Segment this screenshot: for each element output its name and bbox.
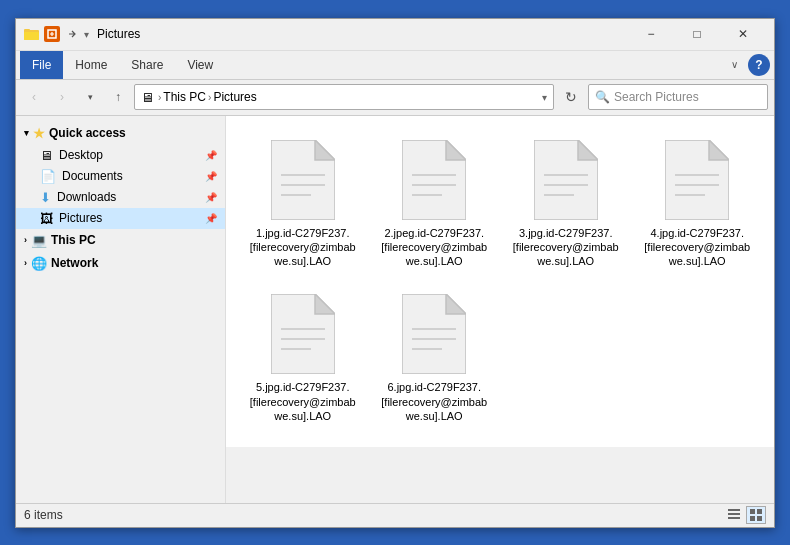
up-button[interactable]: ↑ bbox=[106, 85, 130, 109]
file-label-1: 1.jpg.id-C279F237.[filerecovery@zimbabwe… bbox=[248, 226, 358, 269]
tab-file[interactable]: File bbox=[20, 51, 63, 79]
quick-access-star-icon: ★ bbox=[33, 126, 45, 141]
svg-rect-36 bbox=[750, 509, 755, 514]
svg-rect-39 bbox=[757, 516, 762, 521]
svg-rect-1 bbox=[24, 32, 39, 40]
path-pictures: Pictures bbox=[213, 90, 256, 104]
file-item-4[interactable]: 4.jpg.id-C279F237.[filerecovery@zimbabwe… bbox=[637, 132, 759, 277]
svg-rect-38 bbox=[750, 516, 755, 521]
sidebar-item-desktop[interactable]: 🖥 Desktop 📌 bbox=[16, 145, 225, 166]
large-icon-view-button[interactable] bbox=[746, 506, 766, 524]
ribbon-tabs: File Home Share View ∨ ? bbox=[16, 51, 774, 79]
address-root-icon: 🖥 bbox=[141, 90, 154, 105]
svg-marker-29 bbox=[446, 294, 466, 314]
refresh-button[interactable]: ↻ bbox=[558, 84, 584, 110]
quick-access-label: Quick access bbox=[49, 126, 126, 140]
downloads-icon: ⬇ bbox=[40, 190, 51, 205]
thispc-header[interactable]: › 💻 This PC bbox=[16, 229, 225, 252]
file-label-6: 6.jpg.id-C279F237.[filerecovery@zimbabwe… bbox=[379, 380, 489, 423]
file-item-3[interactable]: 3.jpg.id-C279F237.[filerecovery@zimbabwe… bbox=[505, 132, 627, 277]
quick-access-header[interactable]: ▾ ★ Quick access bbox=[16, 122, 225, 145]
svg-rect-37 bbox=[757, 509, 762, 514]
file-icon-2 bbox=[402, 140, 466, 220]
file-icon-6 bbox=[402, 294, 466, 374]
help-button[interactable]: ? bbox=[748, 54, 770, 76]
path-sep1: › bbox=[158, 92, 161, 103]
search-box[interactable]: 🔍 Search Pictures bbox=[588, 84, 768, 110]
svg-rect-34 bbox=[728, 513, 740, 515]
thispc-icon: 💻 bbox=[31, 233, 47, 248]
close-button[interactable]: ✕ bbox=[720, 18, 766, 50]
thispc-chevron: › bbox=[24, 235, 27, 245]
file-icon-4 bbox=[665, 140, 729, 220]
svg-rect-33 bbox=[728, 509, 740, 511]
view-buttons bbox=[724, 506, 766, 524]
search-placeholder: Search Pictures bbox=[614, 90, 699, 104]
forward-button[interactable]: › bbox=[50, 85, 74, 109]
tab-view[interactable]: View bbox=[175, 51, 225, 79]
address-bar: ‹ › ▾ ↑ 🖥 › This PC › Pictures ▾ ↻ 🔍 Sea… bbox=[16, 80, 774, 116]
maximize-button[interactable]: □ bbox=[674, 18, 720, 50]
search-icon: 🔍 bbox=[595, 90, 610, 104]
status-bar: 6 items bbox=[16, 503, 774, 527]
title-bar-controls: − □ ✕ bbox=[628, 18, 766, 50]
address-box[interactable]: 🖥 › This PC › Pictures ▾ bbox=[134, 84, 554, 110]
ribbon-collapse-button[interactable]: ∨ bbox=[724, 55, 744, 75]
desktop-pin-icon: 📌 bbox=[205, 150, 217, 161]
sidebar-item-downloads[interactable]: ⬇ Downloads 📌 bbox=[16, 187, 225, 208]
sidebar-downloads-label: Downloads bbox=[57, 190, 116, 204]
svg-marker-9 bbox=[446, 140, 466, 160]
minimize-button[interactable]: − bbox=[628, 18, 674, 50]
svg-rect-35 bbox=[728, 517, 740, 519]
ribbon-right: ∨ ? bbox=[724, 54, 770, 76]
file-label-2: 2.jpeg.id-C279F237.[filerecovery@zimbabw… bbox=[379, 226, 489, 269]
qat-dropdown[interactable]: ▾ bbox=[84, 29, 89, 40]
item-count: 6 items bbox=[24, 508, 63, 522]
sidebar: ▾ ★ Quick access 🖥 Desktop 📌 📄 Documents… bbox=[16, 116, 226, 503]
file-item-6[interactable]: 6.jpg.id-C279F237.[filerecovery@zimbabwe… bbox=[374, 286, 496, 431]
path-sep2: › bbox=[208, 92, 211, 103]
sidebar-documents-label: Documents bbox=[62, 169, 123, 183]
network-header[interactable]: › 🌐 Network bbox=[16, 252, 225, 275]
file-label-3: 3.jpg.id-C279F237.[filerecovery@zimbabwe… bbox=[511, 226, 621, 269]
file-icon-5 bbox=[271, 294, 335, 374]
tab-home[interactable]: Home bbox=[63, 51, 119, 79]
sidebar-item-pictures[interactable]: 🖼 Pictures 📌 bbox=[16, 208, 225, 229]
tab-share[interactable]: Share bbox=[119, 51, 175, 79]
quick-access-chevron: ▾ bbox=[24, 128, 29, 138]
network-chevron: › bbox=[24, 258, 27, 268]
path-dropdown-button[interactable]: ▾ bbox=[542, 92, 547, 103]
window-icon bbox=[24, 26, 40, 42]
list-view-button[interactable] bbox=[724, 506, 744, 524]
main-content: ▾ ★ Quick access 🖥 Desktop 📌 📄 Documents… bbox=[16, 116, 774, 503]
nav-dropdown-button[interactable]: ▾ bbox=[78, 85, 102, 109]
address-path: › This PC › Pictures bbox=[158, 90, 257, 104]
svg-rect-2 bbox=[24, 29, 30, 32]
file-icon-3 bbox=[534, 140, 598, 220]
ribbon: File Home Share View ∨ ? bbox=[16, 51, 774, 80]
file-icon-1 bbox=[271, 140, 335, 220]
qat-icon2[interactable] bbox=[64, 26, 80, 42]
title-bar-icons: ▾ bbox=[24, 26, 89, 42]
downloads-pin-icon: 📌 bbox=[205, 192, 217, 203]
file-item-1[interactable]: 1.jpg.id-C279F237.[filerecovery@zimbabwe… bbox=[242, 132, 364, 277]
pictures-pin-icon: 📌 bbox=[205, 213, 217, 224]
network-icon: 🌐 bbox=[31, 256, 47, 271]
documents-icon: 📄 bbox=[40, 169, 56, 184]
svg-marker-14 bbox=[578, 140, 598, 160]
network-label: Network bbox=[51, 256, 98, 270]
file-item-5[interactable]: 5.jpg.id-C279F237.[filerecovery@zimbabwe… bbox=[242, 286, 364, 431]
documents-pin-icon: 📌 bbox=[205, 171, 217, 182]
svg-marker-19 bbox=[709, 140, 729, 160]
desktop-icon: 🖥 bbox=[40, 148, 53, 163]
title-bar: ▾ Pictures − □ ✕ bbox=[16, 19, 774, 51]
qat-icon1[interactable] bbox=[44, 26, 60, 42]
sidebar-desktop-label: Desktop bbox=[59, 148, 103, 162]
file-item-2[interactable]: 2.jpeg.id-C279F237.[filerecovery@zimbabw… bbox=[374, 132, 496, 277]
sidebar-item-documents[interactable]: 📄 Documents 📌 bbox=[16, 166, 225, 187]
file-label-5: 5.jpg.id-C279F237.[filerecovery@zimbabwe… bbox=[248, 380, 358, 423]
back-button[interactable]: ‹ bbox=[22, 85, 46, 109]
file-area: 1.jpg.id-C279F237.[filerecovery@zimbabwe… bbox=[226, 116, 774, 448]
file-area-wrapper: ILIILI 1.jpg.id-C279F237.[filerecovery@z… bbox=[226, 116, 774, 503]
window-title: Pictures bbox=[97, 27, 628, 41]
